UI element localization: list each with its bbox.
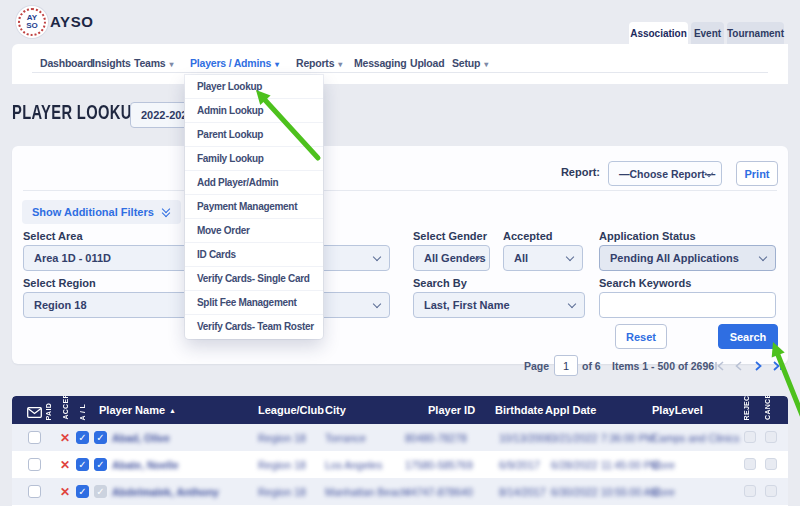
- last-page-icon[interactable]: [769, 359, 785, 373]
- main-navbar: Dashboard Insights Teams▾ Players / Admi…: [12, 44, 788, 84]
- chevron-down-icon: [568, 300, 576, 308]
- player-id: 17580-585769: [405, 459, 473, 471]
- application-status-label: Application Status: [599, 230, 696, 242]
- items-count-label: Items 1 - 500 of 2696: [612, 360, 714, 372]
- menu-item-add-player-admin[interactable]: Add Player/Admin: [185, 171, 323, 195]
- nav-divider: [32, 72, 768, 73]
- menu-item-verify-cards-roster[interactable]: Verify Cards- Team Roster: [185, 315, 323, 339]
- al-checkbox[interactable]: ✓: [94, 458, 107, 471]
- report-select[interactable]: —Choose Report—: [608, 161, 722, 186]
- reject-checkbox[interactable]: [744, 431, 756, 443]
- row-select-checkbox[interactable]: [28, 431, 41, 444]
- tab-event[interactable]: Event: [691, 22, 724, 44]
- accept-checkbox[interactable]: ✓: [76, 431, 89, 444]
- search-button[interactable]: Search: [718, 324, 778, 349]
- search-by-select[interactable]: Last, First Name: [413, 292, 585, 318]
- double-chevron-down-icon: [162, 207, 171, 217]
- select-region-label: Select Region: [23, 277, 96, 289]
- player-name[interactable]: Abdelmalek, Anthony: [112, 486, 219, 498]
- menu-item-family-lookup[interactable]: Family Lookup: [185, 147, 323, 171]
- page-label: Page: [524, 360, 549, 372]
- caret-down-icon: ▾: [275, 60, 279, 69]
- print-button[interactable]: Print: [736, 161, 778, 186]
- birthdate: 6/9/2017: [499, 459, 540, 471]
- page-of-label: of 6: [582, 360, 601, 372]
- paid-cross-icon: ✕: [58, 458, 72, 472]
- play-level: Camps and Clinics: [652, 432, 740, 444]
- column-header-paid: PAID: [45, 403, 59, 420]
- player-name[interactable]: Abate, Noelle: [112, 459, 179, 471]
- city: Torrance: [325, 432, 366, 444]
- nav-teams[interactable]: Teams▾: [134, 57, 173, 69]
- nav-upload[interactable]: Upload: [410, 57, 444, 69]
- page-title: PLAYER LOOKUP: [12, 100, 142, 124]
- nav-messaging[interactable]: Messaging: [354, 57, 406, 69]
- reset-button[interactable]: Reset: [615, 324, 667, 349]
- select-gender-label: Select Gender: [413, 230, 487, 242]
- show-additional-filters-button[interactable]: Show Additional Filters: [22, 200, 181, 224]
- table-row: ✕ ✓ ✓ Abdelmalek, Anthony Region 18 Manh…: [12, 478, 788, 505]
- menu-item-verify-cards-single[interactable]: Verify Cards- Single Card: [185, 267, 323, 291]
- nav-reports[interactable]: Reports▾: [296, 57, 342, 69]
- league-club: Region 18: [258, 486, 306, 498]
- menu-item-parent-lookup[interactable]: Parent Lookup: [185, 123, 323, 147]
- menu-item-player-lookup[interactable]: Player Lookup: [185, 75, 323, 99]
- next-page-icon[interactable]: [750, 359, 766, 373]
- ayso-logo: AYSO: [16, 6, 48, 38]
- previous-page-icon[interactable]: [731, 359, 747, 373]
- play-level: Core: [652, 459, 675, 471]
- column-header-player-id: Player ID: [428, 404, 475, 416]
- accepted-label: Accepted: [503, 230, 553, 242]
- city: Manhattan Beach: [325, 486, 407, 498]
- al-checkbox[interactable]: ✓: [94, 431, 107, 444]
- reject-checkbox[interactable]: [744, 458, 756, 470]
- cancel-checkbox[interactable]: [765, 431, 777, 443]
- tab-tournament[interactable]: Tournament: [727, 22, 784, 44]
- cancel-checkbox[interactable]: [765, 485, 777, 497]
- column-header-appl-date: Appl Date: [545, 404, 596, 416]
- appl-date: 6/28/2022 11:45:00 PM: [551, 459, 659, 471]
- select-gender[interactable]: All Genders: [413, 245, 490, 271]
- column-header-city: City: [325, 404, 346, 416]
- table-row: ✕ ✓ ✓ Abate, Noelle Region 18 Los Angele…: [12, 451, 788, 478]
- cancel-checkbox[interactable]: [765, 458, 777, 470]
- table-header-row: PAID ACCEPT A / L Player Name▲ League/Cl…: [12, 396, 788, 424]
- menu-item-payment-management[interactable]: Payment Management: [185, 195, 323, 219]
- paid-cross-icon: ✕: [58, 485, 72, 499]
- column-header-player-name[interactable]: Player Name▲: [99, 404, 176, 416]
- accepted-select[interactable]: All: [503, 245, 583, 271]
- players-admins-dropdown-menu: Player Lookup Admin Lookup Parent Lookup…: [185, 75, 323, 339]
- filter-panel: Report: —Choose Report— Print Show Addit…: [12, 146, 788, 364]
- menu-item-admin-lookup[interactable]: Admin Lookup: [185, 99, 323, 123]
- reject-checkbox[interactable]: [744, 485, 756, 497]
- menu-item-split-fee-management[interactable]: Split Fee Management: [185, 291, 323, 315]
- page-number-input[interactable]: [554, 355, 578, 376]
- accept-checkbox[interactable]: ✓: [76, 485, 89, 498]
- menu-item-move-order[interactable]: Move Order: [185, 219, 323, 243]
- column-header-reject: REJECT: [743, 396, 757, 420]
- nav-dashboard[interactable]: Dashboard: [40, 57, 93, 69]
- appl-date: 6/30/2022 10:55:00 AM: [551, 486, 660, 498]
- brand-name: AYSO: [50, 13, 94, 30]
- accept-checkbox[interactable]: ✓: [76, 458, 89, 471]
- tab-association[interactable]: Association: [629, 22, 688, 44]
- filter-divider: [23, 190, 777, 191]
- select-area-label: Select Area: [23, 230, 83, 242]
- row-select-checkbox[interactable]: [28, 458, 41, 471]
- nav-insights[interactable]: Insights: [92, 57, 131, 69]
- search-keywords-input[interactable]: [599, 292, 776, 318]
- column-header-accept: ACCEPT: [62, 396, 76, 420]
- row-select-checkbox[interactable]: [28, 485, 41, 498]
- first-page-icon[interactable]: [712, 359, 728, 373]
- chevron-down-icon: [373, 300, 381, 308]
- appl-date: 3/21/2022 7:36:00 PM: [551, 432, 654, 444]
- nav-players-admins[interactable]: Players / Admins▾: [190, 57, 279, 69]
- menu-item-id-cards[interactable]: ID Cards: [185, 243, 323, 267]
- nav-setup[interactable]: Setup▾: [452, 57, 488, 69]
- player-results-table: PAID ACCEPT A / L Player Name▲ League/Cl…: [12, 396, 788, 506]
- sort-ascending-icon: ▲: [169, 407, 176, 414]
- player-name[interactable]: Abad, Olive: [112, 432, 170, 444]
- column-header-birthdate: Birthdate: [495, 404, 543, 416]
- play-level: Core: [652, 486, 675, 498]
- application-status-select[interactable]: Pending All Applications: [599, 245, 776, 271]
